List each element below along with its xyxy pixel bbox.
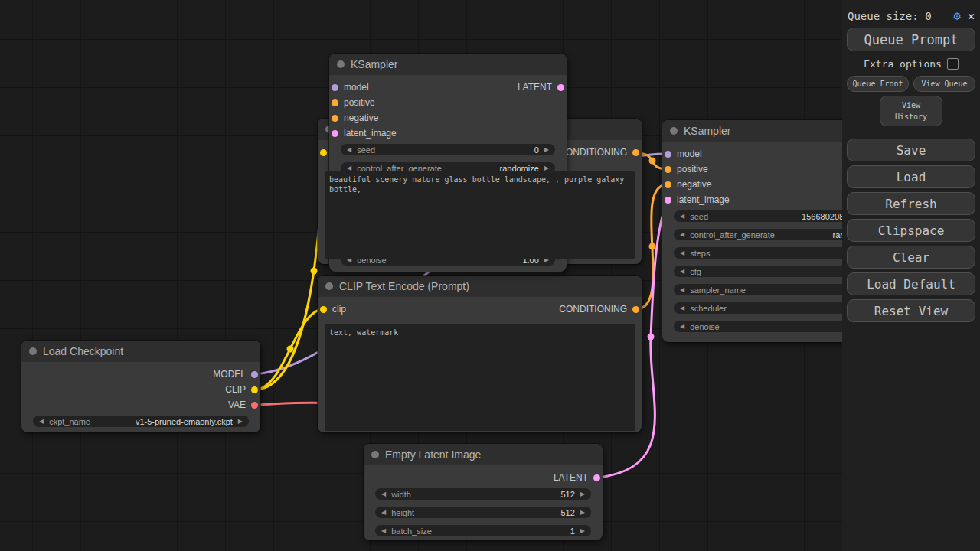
widget-right-arrow-icon[interactable]: ▶ — [580, 491, 585, 497]
settings-gear-icon[interactable]: ⚙ — [953, 8, 961, 23]
clear-button[interactable]: Clear — [847, 246, 975, 269]
load-default-button[interactable]: Load Default — [847, 272, 975, 295]
latent-output-slot[interactable] — [557, 84, 564, 91]
slot-label: positive — [344, 97, 375, 108]
vae-output-slot[interactable] — [251, 402, 258, 409]
conditioning-output-slot[interactable] — [632, 306, 639, 313]
slot-row: latent_image — [329, 126, 567, 141]
link-dot — [649, 243, 656, 250]
collapse-toggle-icon[interactable] — [670, 127, 678, 135]
widget-left-arrow-icon[interactable]: ◀ — [381, 491, 386, 497]
slot-row: VAE — [21, 397, 260, 412]
widget-left-arrow-icon[interactable]: ◀ — [347, 147, 351, 153]
widget-label: batch_size — [391, 527, 432, 536]
link-dot — [287, 346, 294, 353]
widget-right-arrow-icon[interactable]: ▶ — [544, 165, 549, 171]
view-queue-button[interactable]: View Queue — [913, 76, 975, 92]
slot-row: LATENT — [364, 470, 603, 485]
widget-left-arrow-icon[interactable]: ◀ — [680, 250, 684, 256]
link-dot — [648, 334, 655, 341]
widget-left-arrow-icon[interactable]: ◀ — [680, 232, 684, 238]
queue-size-label: Queue size: 0 — [848, 10, 946, 22]
widget-left-arrow-icon[interactable]: ◀ — [381, 528, 386, 534]
widget-left-arrow-icon[interactable]: ◀ — [680, 324, 684, 330]
widget-value[interactable]: 1 — [570, 527, 575, 536]
widget-value[interactable]: v1-5-pruned-emaonly.ckpt — [136, 417, 233, 426]
view-history-button[interactable]: View History — [880, 96, 942, 126]
widget-left-arrow-icon[interactable]: ◀ — [347, 165, 351, 171]
node-empty-latent-image[interactable]: Empty Latent Image LATENT ◀ width 512 ▶ … — [364, 444, 603, 540]
widget-batch-size[interactable]: ◀ batch_size 1 ▶ — [375, 525, 591, 536]
extra-options-label: Extra options — [864, 58, 942, 70]
close-icon[interactable]: ✕ — [968, 9, 975, 23]
refresh-button[interactable]: Refresh — [847, 192, 975, 215]
widget-width[interactable]: ◀ width 512 ▶ — [375, 488, 591, 500]
positive-prompt-textarea[interactable]: beautiful scenery nature glass bottle la… — [325, 171, 635, 259]
slot-label: CLIP — [225, 384, 246, 395]
widget-ckpt-name[interactable]: ◀ ckpt_name v1-5-pruned-emaonly.ckpt ▶ — [33, 416, 249, 427]
collapse-toggle-icon[interactable] — [325, 282, 333, 290]
link-dot — [311, 268, 318, 275]
latent-image-input-slot[interactable] — [665, 197, 671, 204]
load-button[interactable]: Load — [847, 165, 975, 188]
model-input-slot[interactable] — [665, 151, 671, 158]
widget-left-arrow-icon[interactable]: ◀ — [39, 419, 44, 425]
widget-right-arrow-icon[interactable]: ▶ — [580, 528, 585, 534]
widget-left-arrow-icon[interactable]: ◀ — [680, 214, 684, 220]
widget-label: control_after_generate — [690, 230, 775, 240]
clip-input-slot[interactable] — [320, 149, 327, 156]
save-button[interactable]: Save — [847, 139, 975, 161]
widget-label: cfg — [690, 267, 701, 276]
queue-front-button[interactable]: Queue Front — [847, 76, 909, 92]
slot-label: CONDITIONING — [559, 304, 627, 315]
collapse-toggle-icon[interactable] — [29, 347, 37, 355]
node-title-bar[interactable]: KSampler — [329, 54, 567, 75]
clipspace-button[interactable]: Clipspace — [847, 219, 975, 242]
slot-row: negative — [329, 110, 567, 126]
negative-input-slot[interactable] — [665, 181, 671, 188]
negative-prompt-textarea[interactable]: text, watermark — [325, 324, 635, 431]
model-input-slot[interactable] — [332, 84, 338, 91]
conditioning-output-slot[interactable] — [632, 149, 639, 156]
widget-right-arrow-icon[interactable]: ▶ — [238, 419, 243, 425]
slot-label: LATENT — [518, 82, 552, 93]
widget-value[interactable]: 0 — [534, 145, 539, 155]
widget-value[interactable]: 512 — [560, 490, 574, 499]
slot-label: VAE — [228, 399, 246, 410]
clip-output-slot[interactable] — [251, 386, 258, 393]
node-title-bar[interactable]: Load Checkpoint — [21, 341, 260, 362]
latent-output-slot[interactable] — [593, 474, 600, 481]
collapse-toggle-icon[interactable] — [371, 451, 379, 458]
clip-input-slot[interactable] — [320, 306, 327, 313]
slot-label: MODEL — [213, 369, 246, 380]
widget-left-arrow-icon[interactable]: ◀ — [680, 287, 684, 293]
latent-image-input-slot[interactable] — [332, 130, 338, 137]
widget-left-arrow-icon[interactable]: ◀ — [680, 305, 684, 311]
positive-input-slot[interactable] — [332, 99, 338, 106]
node-title-bar[interactable]: Empty Latent Image — [364, 444, 603, 465]
widget-left-arrow-icon[interactable]: ◀ — [680, 269, 684, 275]
widget-right-arrow-icon[interactable]: ▶ — [544, 147, 549, 153]
widget-value[interactable]: 512 — [560, 508, 574, 517]
node-load-checkpoint[interactable]: Load Checkpoint MODEL CLIP VAE ◀ c — [21, 341, 260, 432]
positive-input-slot[interactable] — [665, 166, 671, 173]
widget-seed[interactable]: ◀ seed 0 ▶ — [341, 144, 555, 155]
queue-prompt-button[interactable]: Queue Prompt — [847, 28, 975, 51]
widget-label: steps — [690, 249, 710, 258]
widget-label: seed — [690, 212, 708, 221]
link-dot — [649, 158, 656, 165]
collapse-toggle-icon[interactable] — [337, 60, 345, 68]
negative-input-slot[interactable] — [332, 115, 338, 122]
node-title-bar[interactable]: CLIP Text Encode (Prompt) — [318, 276, 642, 297]
node-title: KSampler — [351, 58, 397, 70]
extra-options-checkbox[interactable] — [947, 58, 959, 70]
widget-height[interactable]: ◀ height 512 ▶ — [375, 507, 591, 518]
slot-label: negative — [677, 179, 711, 190]
node-title: Empty Latent Image — [385, 448, 481, 461]
model-output-slot[interactable] — [251, 371, 258, 378]
widget-right-arrow-icon[interactable]: ▶ — [580, 510, 585, 516]
slot-row: model LATENT — [329, 80, 567, 95]
widget-left-arrow-icon[interactable]: ◀ — [381, 510, 386, 516]
reset-view-button[interactable]: Reset View — [847, 299, 975, 322]
widget-label: scheduler — [690, 304, 727, 313]
